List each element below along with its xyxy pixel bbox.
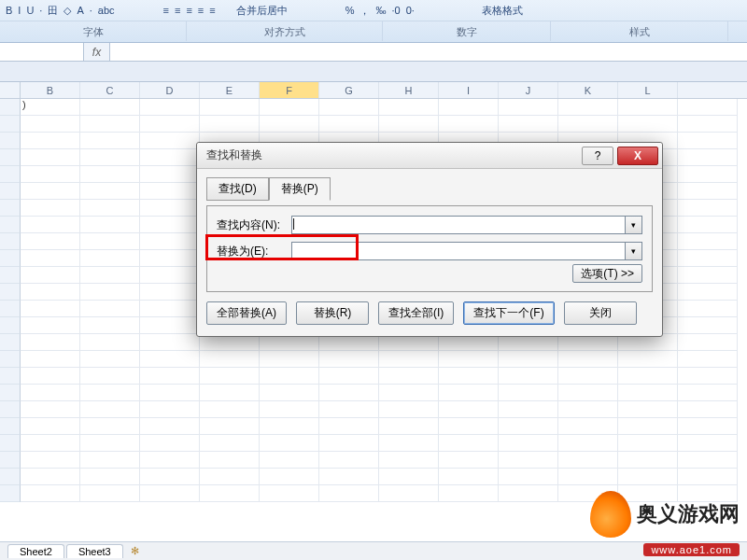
cell[interactable] bbox=[260, 435, 319, 452]
cell[interactable] bbox=[319, 469, 379, 485]
cell[interactable] bbox=[260, 385, 319, 401]
col-header[interactable]: K bbox=[558, 82, 618, 98]
cell[interactable] bbox=[319, 401, 379, 418]
cell[interactable] bbox=[80, 334, 140, 351]
cell[interactable] bbox=[80, 200, 140, 217]
cell[interactable] bbox=[200, 485, 260, 502]
cell[interactable] bbox=[439, 469, 499, 485]
cell[interactable] bbox=[499, 418, 558, 435]
cell[interactable] bbox=[499, 99, 558, 116]
cell[interactable] bbox=[558, 401, 618, 418]
align-left-button[interactable]: ≡ bbox=[163, 5, 169, 16]
formula-input[interactable] bbox=[110, 43, 747, 61]
cell[interactable] bbox=[319, 99, 379, 116]
cell[interactable] bbox=[200, 99, 260, 116]
cell[interactable] bbox=[678, 435, 738, 452]
cell[interactable] bbox=[80, 401, 140, 418]
cell[interactable] bbox=[319, 452, 379, 469]
borders-button[interactable]: 田 bbox=[48, 4, 58, 18]
cell[interactable] bbox=[678, 200, 738, 217]
cell[interactable] bbox=[678, 183, 738, 200]
cell[interactable] bbox=[260, 116, 319, 133]
cell[interactable] bbox=[379, 452, 439, 469]
cell[interactable] bbox=[140, 183, 200, 200]
row-header[interactable] bbox=[0, 267, 21, 284]
cell[interactable] bbox=[499, 385, 558, 401]
cell[interactable] bbox=[80, 469, 140, 485]
align-center-button[interactable]: ≡ bbox=[175, 5, 180, 16]
cell[interactable] bbox=[21, 200, 80, 217]
cell[interactable] bbox=[21, 250, 80, 267]
cell[interactable] bbox=[21, 183, 80, 200]
fx-icon[interactable]: fx bbox=[84, 43, 110, 61]
cell[interactable] bbox=[439, 401, 499, 418]
cell[interactable] bbox=[379, 368, 439, 385]
row-header[interactable] bbox=[0, 284, 21, 301]
cell[interactable] bbox=[319, 485, 379, 502]
row-header[interactable] bbox=[0, 385, 21, 401]
find-next-button[interactable]: 查找下一个(F) bbox=[463, 301, 554, 325]
cell[interactable] bbox=[140, 368, 200, 385]
cell[interactable] bbox=[200, 469, 260, 485]
row-header[interactable] bbox=[0, 435, 21, 452]
name-box[interactable] bbox=[0, 43, 84, 61]
cell[interactable] bbox=[678, 469, 738, 485]
cell[interactable] bbox=[140, 334, 200, 351]
cell[interactable] bbox=[140, 99, 200, 116]
col-header[interactable]: C bbox=[80, 82, 140, 98]
col-header[interactable]: H bbox=[379, 82, 439, 98]
cell[interactable] bbox=[618, 99, 678, 116]
cell[interactable] bbox=[678, 351, 738, 368]
phonetic-button[interactable]: abc bbox=[98, 5, 115, 16]
row-header[interactable] bbox=[0, 116, 21, 133]
cell[interactable] bbox=[379, 116, 439, 133]
col-header[interactable]: I bbox=[439, 82, 499, 98]
cell[interactable] bbox=[678, 385, 738, 401]
cell[interactable] bbox=[558, 385, 618, 401]
sheet-tab[interactable]: Sheet3 bbox=[66, 544, 123, 558]
replace-dropdown-icon[interactable]: ▾ bbox=[626, 242, 642, 260]
row-header[interactable] bbox=[0, 149, 21, 166]
cell[interactable] bbox=[678, 133, 738, 149]
row-header[interactable] bbox=[0, 233, 21, 250]
cell[interactable] bbox=[21, 317, 80, 334]
cell[interactable] bbox=[319, 385, 379, 401]
cell[interactable] bbox=[140, 116, 200, 133]
cell[interactable] bbox=[439, 351, 499, 368]
tab-find[interactable]: 查找(D) bbox=[206, 177, 269, 201]
row-header[interactable] bbox=[0, 317, 21, 334]
cell[interactable] bbox=[439, 485, 499, 502]
replace-all-button[interactable]: 全部替换(A) bbox=[206, 301, 287, 325]
cell[interactable] bbox=[499, 351, 558, 368]
row-header[interactable] bbox=[0, 368, 21, 385]
cell[interactable] bbox=[678, 317, 738, 334]
tab-replace[interactable]: 替换(P) bbox=[269, 177, 331, 201]
cell[interactable] bbox=[618, 435, 678, 452]
find-input[interactable]: | bbox=[291, 216, 626, 234]
cell[interactable] bbox=[80, 485, 140, 502]
cell[interactable]: ) bbox=[21, 99, 80, 116]
cell[interactable] bbox=[140, 200, 200, 217]
cell[interactable] bbox=[21, 217, 80, 233]
close-icon[interactable]: X bbox=[617, 147, 658, 165]
cell[interactable] bbox=[140, 418, 200, 435]
col-header[interactable]: D bbox=[140, 82, 200, 98]
cell[interactable] bbox=[319, 368, 379, 385]
underline-button[interactable]: U bbox=[26, 5, 34, 16]
col-header[interactable]: J bbox=[499, 82, 558, 98]
cell[interactable] bbox=[21, 401, 80, 418]
cell[interactable] bbox=[618, 469, 678, 485]
cell[interactable] bbox=[140, 385, 200, 401]
cell[interactable] bbox=[80, 116, 140, 133]
col-header[interactable]: B bbox=[21, 82, 80, 98]
cell[interactable] bbox=[499, 116, 558, 133]
cell[interactable] bbox=[678, 116, 738, 133]
cell[interactable] bbox=[618, 418, 678, 435]
col-header[interactable]: L bbox=[618, 82, 678, 98]
cell[interactable] bbox=[21, 334, 80, 351]
row-header[interactable] bbox=[0, 183, 21, 200]
row-header[interactable] bbox=[0, 99, 21, 116]
cell[interactable] bbox=[21, 116, 80, 133]
cell[interactable] bbox=[21, 233, 80, 250]
col-header[interactable]: E bbox=[200, 82, 260, 98]
